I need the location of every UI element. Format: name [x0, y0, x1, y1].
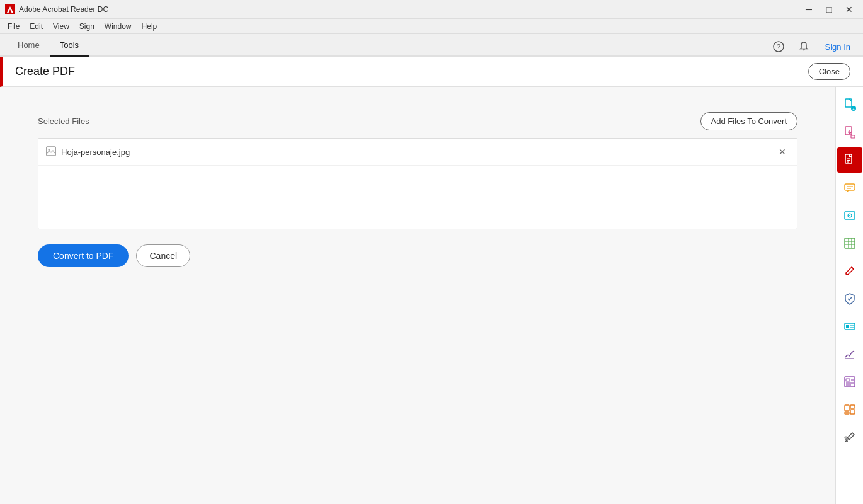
- image-file-icon: [46, 146, 56, 156]
- svg-point-43: [853, 433, 854, 434]
- menu-edit[interactable]: Edit: [25, 21, 48, 32]
- scan-icon: [843, 209, 857, 222]
- file-item: Hoja-personaje.jpg ✕: [38, 139, 797, 166]
- svg-rect-9: [845, 127, 852, 135]
- menu-sign[interactable]: Sign: [74, 21, 100, 32]
- toolbar-comment[interactable]: [837, 175, 862, 200]
- sign-in-button[interactable]: Sign In: [820, 40, 855, 54]
- comment-icon: [843, 181, 857, 195]
- svg-rect-34: [846, 379, 850, 381]
- close-panel-button[interactable]: Close: [808, 63, 850, 80]
- file-type-icon: [46, 146, 56, 158]
- nav-tabs: Home Tools ? Sign In: [0, 34, 863, 57]
- svg-point-21: [849, 215, 850, 216]
- menu-window[interactable]: Window: [100, 21, 137, 32]
- svg-rect-4: [47, 147, 55, 156]
- content-panel: Selected Files Add Files To Convert Hoja…: [0, 87, 835, 504]
- create-pdf-icon: +: [843, 98, 857, 112]
- svg-rect-40: [850, 405, 855, 408]
- create-pdf-active-icon: [843, 153, 857, 167]
- svg-rect-11: [851, 135, 855, 138]
- menu-file[interactable]: File: [3, 21, 25, 32]
- page-header: Create PDF Close: [0, 57, 863, 87]
- export-pdf-icon: [843, 125, 857, 139]
- notification-icon-button[interactable]: [795, 38, 813, 55]
- close-window-button[interactable]: ✕: [840, 3, 858, 16]
- svg-line-27: [852, 267, 854, 269]
- menu-view[interactable]: View: [48, 21, 74, 32]
- svg-rect-39: [845, 405, 849, 411]
- svg-point-5: [49, 149, 50, 151]
- tab-tools[interactable]: Tools: [50, 35, 89, 57]
- toolbar-redact[interactable]: [837, 314, 862, 339]
- tools-icon: [843, 430, 857, 444]
- toolbar-create-pdf[interactable]: +: [837, 92, 862, 117]
- forms-icon: [843, 375, 857, 389]
- title-bar: Adobe Acrobat Reader DC ─ □ ✕: [0, 0, 863, 19]
- bell-icon: [798, 41, 809, 52]
- toolbar-edit[interactable]: [837, 258, 862, 284]
- nav-right: ? Sign In: [770, 38, 855, 55]
- main-area: Selected Files Add Files To Convert Hoja…: [0, 87, 863, 504]
- svg-text:?: ?: [776, 43, 780, 50]
- file-name: Hoja-personaje.jpg: [61, 147, 775, 157]
- edit-icon: [843, 264, 857, 278]
- section-header: Selected Files Add Files To Convert: [38, 112, 797, 130]
- maximize-button[interactable]: □: [820, 3, 838, 16]
- toolbar-scan[interactable]: [837, 203, 862, 228]
- title-bar-left: Adobe Acrobat Reader DC: [5, 4, 108, 14]
- toolbar-protect[interactable]: [837, 286, 862, 311]
- convert-to-pdf-button[interactable]: Convert to PDF: [38, 244, 129, 267]
- app-title: Adobe Acrobat Reader DC: [19, 5, 108, 14]
- svg-rect-16: [845, 184, 855, 190]
- toolbar-create-pdf-active[interactable]: [837, 147, 862, 173]
- svg-rect-29: [846, 325, 849, 328]
- redact-icon: [843, 319, 857, 333]
- toolbar-spreadsheet[interactable]: [837, 231, 862, 256]
- toolbar-more-tools[interactable]: [837, 425, 862, 450]
- tab-home[interactable]: Home: [8, 35, 50, 57]
- spreadsheet-icon: [843, 236, 857, 250]
- organize-icon: [843, 403, 857, 416]
- sign-icon: [843, 347, 857, 361]
- add-files-button[interactable]: Add Files To Convert: [700, 112, 797, 130]
- toolbar-organize[interactable]: [837, 397, 862, 422]
- file-remove-button[interactable]: ✕: [775, 145, 789, 159]
- adobe-logo-icon: [5, 4, 15, 14]
- section-label: Selected Files: [38, 117, 89, 126]
- menu-help[interactable]: Help: [137, 21, 163, 32]
- right-toolbar: +: [835, 87, 863, 504]
- svg-text:+: +: [852, 107, 855, 111]
- page-title: Create PDF: [15, 65, 75, 78]
- protect-icon: [843, 292, 857, 306]
- cancel-button[interactable]: Cancel: [136, 244, 190, 267]
- svg-rect-42: [845, 412, 849, 414]
- minimize-button[interactable]: ─: [800, 3, 818, 16]
- svg-rect-22: [845, 238, 855, 248]
- title-bar-controls: ─ □ ✕: [800, 3, 858, 16]
- files-list: Hoja-personaje.jpg ✕: [38, 138, 797, 229]
- toolbar-sign[interactable]: [837, 341, 862, 367]
- svg-rect-41: [850, 410, 855, 414]
- action-buttons: Convert to PDF Cancel: [38, 244, 797, 267]
- menu-bar: File Edit View Sign Window Help: [0, 19, 863, 34]
- help-icon-button[interactable]: ?: [770, 38, 787, 55]
- toolbar-export-pdf[interactable]: [837, 120, 862, 145]
- empty-file-area: [38, 166, 797, 229]
- toolbar-forms[interactable]: [837, 369, 862, 394]
- question-icon: ?: [773, 41, 784, 52]
